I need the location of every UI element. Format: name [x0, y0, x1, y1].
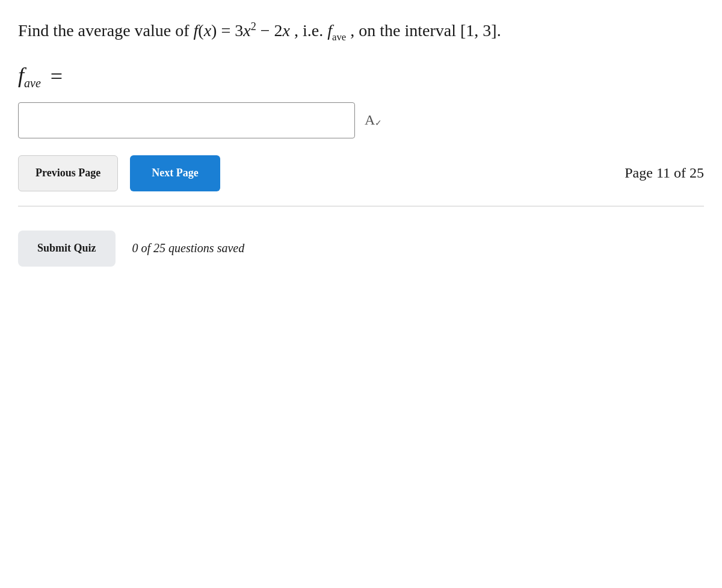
nav-row: Previous Page Next Page Page 11 of 25 [18, 155, 704, 206]
previous-page-button[interactable]: Previous Page [18, 155, 118, 191]
question-interval: , on the interval [1, 3]. [350, 21, 501, 40]
question-fave: fave [327, 21, 350, 40]
fave-label-row: fave = [18, 63, 704, 90]
submit-quiz-button[interactable]: Submit Quiz [18, 231, 116, 267]
question-prefix: Find the average value of [18, 21, 190, 40]
fave-symbol: fave [18, 63, 41, 90]
spellcheck-icon[interactable]: A✓ [365, 112, 382, 128]
answer-row: A✓ [18, 102, 704, 138]
question-formula: f(x) = 3x2 − 2x [194, 21, 294, 40]
fave-equals: = [51, 64, 63, 89]
submit-row: Submit Quiz 0 of 25 questions saved [18, 231, 704, 267]
question-text: Find the average value of f(x) = 3x2 − 2… [18, 18, 704, 45]
question-ie: , i.e. [294, 21, 323, 40]
next-page-button[interactable]: Next Page [130, 155, 220, 191]
page-indicator: Page 11 of 25 [625, 165, 704, 181]
answer-input[interactable] [18, 102, 355, 138]
saved-status: 0 of 25 questions saved [132, 241, 245, 255]
